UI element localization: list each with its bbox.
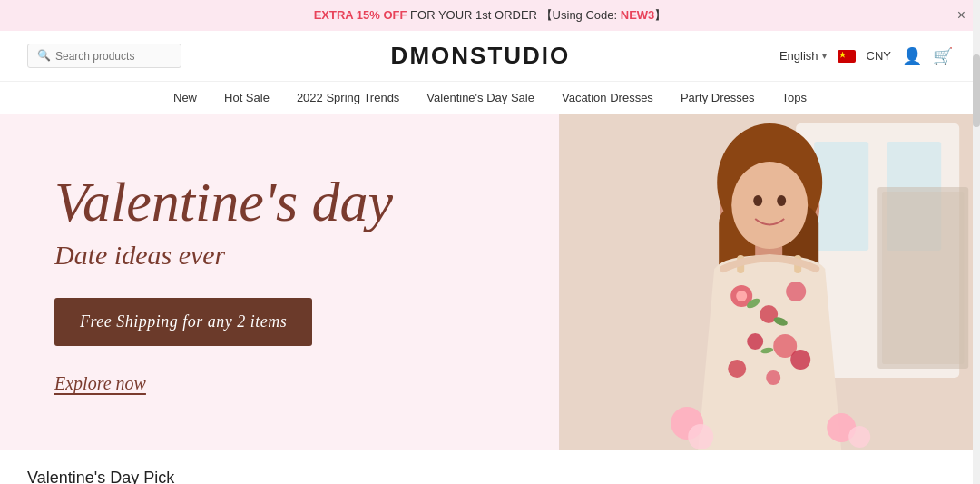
currency-label: CNY — [867, 49, 891, 63]
search-icon: 🔍 — [37, 49, 51, 63]
nav-item-tops[interactable]: Tops — [782, 91, 807, 104]
nav-item-vacation-dresses[interactable]: Vacation Dresses — [562, 91, 653, 104]
account-icon[interactable]: 👤 — [902, 46, 922, 66]
hero-title: Valentine's day — [54, 171, 505, 232]
nav-item-valentines-sale[interactable]: Valentine's Day Sale — [426, 91, 534, 104]
nav-item-party-dresses[interactable]: Party Dresses — [681, 91, 755, 104]
close-announcement-button[interactable]: × — [957, 8, 965, 23]
svg-point-14 — [786, 282, 806, 301]
site-logo[interactable]: DMONSTUDIO — [181, 42, 779, 70]
svg-point-12 — [736, 291, 747, 301]
nav-item-new[interactable]: New — [173, 91, 197, 104]
svg-point-18 — [766, 370, 780, 385]
svg-point-15 — [747, 333, 763, 350]
scrollbar[interactable] — [973, 0, 980, 484]
scrollbar-thumb[interactable] — [973, 54, 980, 127]
hero-banner: Valentine's day Date ideas ever Free Shi… — [0, 114, 980, 450]
hero-subtitle: Date ideas ever — [54, 240, 505, 271]
hero-cta-button[interactable]: Free Shipping for any 2 items — [54, 298, 312, 346]
announcement-bar: EXTRA 15% OFF FOR YOUR 1st ORDER 【Using … — [0, 0, 980, 31]
promo-text: EXTRA 15% OFF FOR YOUR 1st ORDER 【Using … — [314, 7, 667, 24]
svg-point-19 — [790, 350, 810, 370]
section-title-area: Valentine's Day Pick — [0, 450, 980, 484]
svg-rect-2 — [814, 142, 868, 251]
header-controls: English ▾ CNY 👤 🛒 — [779, 46, 953, 66]
promo-suffix: 】 — [654, 8, 666, 22]
search-box[interactable]: 🔍 — [27, 44, 181, 68]
promo-highlight: EXTRA 15% OFF — [314, 8, 407, 22]
svg-point-9 — [753, 195, 762, 206]
cart-icon[interactable]: 🛒 — [933, 46, 953, 66]
svg-point-24 — [688, 424, 713, 449]
section-title: Valentine's Day Pick — [27, 469, 953, 484]
svg-point-17 — [728, 360, 746, 378]
hero-image — [559, 114, 980, 450]
svg-point-26 — [848, 426, 870, 448]
language-label: English — [779, 49, 818, 63]
promo-code: NEW3 — [621, 8, 655, 22]
nav-item-spring-trends[interactable]: 2022 Spring Trends — [297, 91, 399, 104]
svg-point-10 — [777, 195, 786, 206]
hero-explore-link[interactable]: Explore now — [54, 373, 505, 394]
search-input[interactable] — [55, 50, 172, 63]
chevron-down-icon: ▾ — [822, 51, 827, 61]
svg-point-8 — [731, 162, 808, 249]
model-illustration — [559, 114, 980, 450]
china-flag-icon — [838, 50, 856, 63]
svg-rect-30 — [882, 192, 964, 364]
language-selector[interactable]: English ▾ — [779, 49, 827, 63]
hero-content: Valentine's day Date ideas ever Free Shi… — [0, 114, 559, 450]
header: 🔍 DMONSTUDIO English ▾ CNY 👤 🛒 — [0, 31, 980, 82]
main-nav: New Hot Sale 2022 Spring Trends Valentin… — [0, 82, 980, 114]
nav-item-hot-sale[interactable]: Hot Sale — [224, 91, 270, 104]
promo-middle: FOR YOUR 1st ORDER 【Using Code: — [410, 8, 621, 22]
